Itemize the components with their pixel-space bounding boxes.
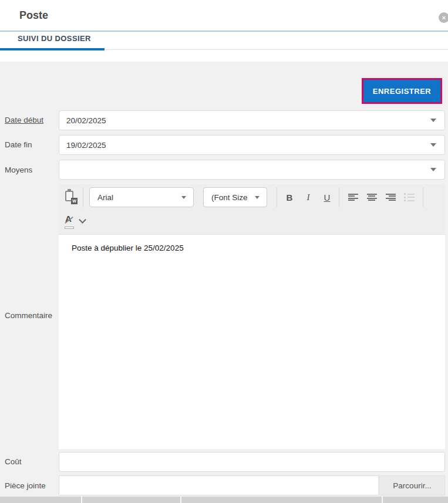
piece-jointe-input[interactable] xyxy=(59,475,379,495)
column-separator xyxy=(81,497,82,503)
piece-jointe-label: Pièce jointe xyxy=(5,481,46,490)
header-divider xyxy=(0,31,448,32)
column-separator xyxy=(382,497,383,503)
italic-icon: I xyxy=(307,193,310,202)
toolbar-separator xyxy=(339,187,339,207)
commentaire-editor-content[interactable]: Poste à dépublier le 25/02/2025 xyxy=(59,234,445,449)
chevron-down-icon xyxy=(430,119,436,122)
italic-button[interactable]: I xyxy=(301,189,315,205)
chevron-down-icon xyxy=(430,168,436,171)
richtext-editor: W Arial (Font Size B I U xyxy=(59,184,445,449)
save-button-highlight: ENREGISTRER xyxy=(362,78,442,104)
save-button[interactable]: ENREGISTRER xyxy=(363,80,440,102)
bold-button[interactable]: B xyxy=(282,189,297,205)
toolbar-separator xyxy=(277,187,277,207)
close-icon[interactable]: × xyxy=(439,12,448,23)
font-size-value: (Font Size xyxy=(204,193,255,202)
align-left-button[interactable] xyxy=(345,190,361,204)
browse-button[interactable]: Parcourir... xyxy=(379,475,445,495)
cout-input[interactable] xyxy=(59,452,445,472)
chevron-down-icon xyxy=(255,196,260,199)
underline-icon: U xyxy=(324,193,331,202)
page-title: Poste xyxy=(19,9,48,22)
commentaire-label: Commentaire xyxy=(5,311,52,320)
moyens-combobox[interactable] xyxy=(59,160,445,180)
date-fin-combobox[interactable]: 19/02/2025 xyxy=(59,135,445,155)
align-left-icon xyxy=(348,194,358,201)
paste-from-word-icon[interactable]: W xyxy=(63,189,78,204)
date-fin-label: Date fin xyxy=(5,140,32,149)
align-right-icon xyxy=(386,194,396,201)
bold-icon: B xyxy=(287,193,293,202)
font-size-combobox[interactable]: (Font Size xyxy=(203,187,267,207)
bullet-list-button[interactable] xyxy=(402,190,417,204)
align-center-icon xyxy=(367,194,377,201)
date-debut-combobox[interactable]: 20/02/2025 xyxy=(59,110,445,130)
editor-toolbar-row2: A xyxy=(59,210,445,234)
font-family-value: Arial xyxy=(90,193,181,202)
tab-label: SUIVI DU DOSSIER xyxy=(18,34,91,43)
cout-label: Coût xyxy=(5,457,22,466)
align-right-button[interactable] xyxy=(383,190,398,204)
active-tab-indicator xyxy=(0,48,105,50)
align-center-button[interactable] xyxy=(364,190,379,204)
chevron-down-icon xyxy=(430,143,436,147)
editor-paragraph: Poste à dépublier le 25/02/2025 xyxy=(72,242,432,254)
font-family-combobox[interactable]: Arial xyxy=(89,187,194,207)
font-color-swatch xyxy=(65,227,74,229)
chevron-down-icon xyxy=(181,196,186,199)
tabbar-divider xyxy=(105,49,448,50)
date-debut-label: Date début xyxy=(5,116,43,124)
toolbar-separator xyxy=(83,187,83,207)
date-debut-value: 20/02/2025 xyxy=(59,116,430,125)
clipboard-clip-shape xyxy=(68,189,71,191)
bullet-list-icon xyxy=(404,194,415,201)
date-fin-value: 19/02/2025 xyxy=(59,141,430,150)
toolbar-separator xyxy=(423,187,423,207)
editor-toolbar-row1: W Arial (Font Size B I U xyxy=(59,184,445,210)
cutoff-table-header-row xyxy=(0,497,448,503)
font-color-chevron-down-icon[interactable] xyxy=(79,216,86,224)
tab-suivi-du-dossier[interactable]: SUIVI DU DOSSIER xyxy=(0,33,105,50)
moyens-label: Moyens xyxy=(5,166,32,174)
underline-button[interactable]: U xyxy=(320,189,334,205)
column-separator xyxy=(180,497,181,503)
word-badge: W xyxy=(71,198,78,204)
font-color-button[interactable]: A xyxy=(63,213,79,231)
